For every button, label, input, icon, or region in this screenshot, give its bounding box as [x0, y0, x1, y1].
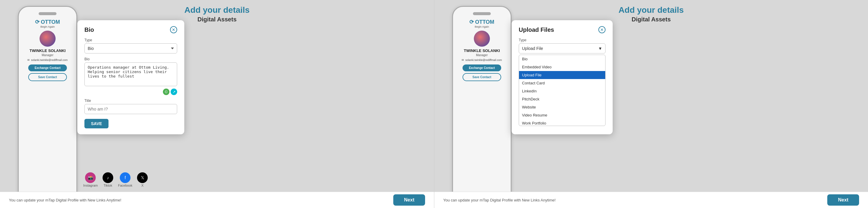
share-icon[interactable]: ↗: [170, 89, 177, 95]
phone-role: Manager: [42, 54, 53, 57]
phone-email-row: ✉ solanki.twinkle@rediffmail.com: [27, 59, 67, 62]
save-contact-button[interactable]: Save Contact: [28, 73, 67, 81]
social-strip-left: 📸 Instagram ♪ Tiktok f Facebook 𝕏 X: [83, 172, 428, 187]
phone-avatar: [39, 31, 56, 47]
logo-symbol: ⟳: [35, 19, 39, 25]
bio-label: Bio: [85, 57, 177, 61]
upload-type-dropdown[interactable]: Bio Embedded Video Upload File Contact C…: [519, 55, 606, 126]
bio-modal: Bio ✕ Type Bio Bio Operations manager at…: [77, 20, 184, 134]
x-label: X: [142, 184, 144, 187]
modal-header: Bio ✕: [85, 26, 177, 33]
dropdown-item-pitchdeck[interactable]: PitchDeck: [519, 95, 605, 103]
upload-files-modal: Upload Files ✕ Type Upload File ▼ Bio Em…: [512, 20, 613, 134]
email-icon: ✉: [27, 59, 30, 62]
left-bottom-text: You can update your mTap Digital Profile…: [9, 198, 121, 202]
phone-email: solanki.twinkle@rediffmail.com: [31, 59, 67, 62]
dropdown-item-website[interactable]: Website: [519, 103, 605, 111]
facebook-label: Facebook: [118, 184, 132, 187]
tiktok-icon[interactable]: ♪: [102, 172, 113, 183]
social-tiktok: ♪ Tiktok: [102, 172, 113, 187]
phone-logo-right: ⟳ OTTOM: [469, 19, 494, 25]
dropdown-item-bio[interactable]: Bio: [519, 55, 605, 63]
right-page-title: Add your details: [619, 5, 684, 15]
instagram-label: Instagram: [83, 184, 98, 187]
upload-type-label: Type: [519, 38, 606, 42]
phone-avatar-right: [474, 31, 490, 47]
phone-mockup-left: ⟳ OTTOM Begin Again TWINKLE SOLANKI Mana…: [18, 6, 77, 202]
bio-modal-close-button[interactable]: ✕: [170, 26, 177, 33]
dropdown-item-embedded-video[interactable]: Embedded Video: [519, 63, 605, 71]
upload-type-value: Upload File: [522, 46, 543, 51]
social-x: 𝕏 X: [137, 172, 148, 187]
title-label: Title: [85, 99, 177, 103]
phone-email-row-right: ✉ solanki.twinkle@rediffmail.com: [462, 59, 502, 62]
phone-logo-sub-right: Begin Again: [475, 25, 489, 28]
phone-notch: [39, 12, 57, 15]
textarea-icons: © ↗: [85, 89, 177, 95]
phone-name-right: TWINKLE SOLANKI: [464, 48, 500, 53]
email-icon-right: ✉: [462, 59, 464, 62]
logo-symbol-right: ⟳: [469, 19, 474, 25]
left-bottom-strip: You can update your mTap Digital Profile…: [0, 192, 434, 208]
upload-modal-title: Upload Files: [519, 27, 554, 33]
upload-modal-header: Upload Files ✕: [519, 26, 606, 33]
dropdown-item-upload-file[interactable]: Upload File: [519, 71, 605, 79]
phone-notch-right: [473, 12, 491, 15]
dropdown-item-video-resume[interactable]: Video Resume: [519, 111, 605, 119]
social-facebook: f Facebook: [118, 172, 132, 187]
tiktok-label: Tiktok: [103, 184, 112, 187]
dropdown-item-linkedin[interactable]: LinkedIn: [519, 87, 605, 95]
phone-logo: ⟳ OTTOM: [35, 19, 60, 25]
dropdown-item-work-portfolio[interactable]: Work Portfolio: [519, 119, 605, 126]
x-icon[interactable]: 𝕏: [137, 172, 148, 183]
right-bottom-strip: You can update your mTap Digital Profile…: [434, 192, 868, 208]
save-contact-button-right[interactable]: Save Contact: [463, 73, 501, 81]
exchange-contact-button[interactable]: Exchange Contact: [28, 65, 67, 71]
right-next-button[interactable]: Next: [827, 194, 859, 206]
copy-icon[interactable]: ©: [163, 89, 169, 95]
phone-logo-sub: Begin Again: [40, 25, 55, 28]
upload-type-container: Upload File ▼ Bio Embedded Video Upload …: [519, 43, 606, 126]
phone-mockup-right: ⟳ OTTOM Begin Again TWINKLE SOLANKI Mana…: [452, 6, 512, 202]
right-panel: Add your details Digital Assets ⟳ OTTOM …: [434, 0, 868, 208]
right-bottom-text: You can update your mTap Digital Profile…: [443, 198, 556, 202]
bio-modal-title: Bio: [85, 27, 94, 33]
chevron-down-icon: ▼: [598, 46, 602, 51]
left-page-subtitle: Digital Assets: [197, 16, 237, 23]
phone-name: TWINKLE SOLANKI: [29, 48, 65, 53]
bio-save-button[interactable]: SAVE: [85, 119, 108, 128]
phone-role-right: Manager: [476, 54, 488, 57]
dropdown-item-contact-card[interactable]: Contact Card: [519, 79, 605, 87]
social-instagram: 📸 Instagram: [83, 172, 98, 187]
left-next-button[interactable]: Next: [393, 194, 425, 206]
upload-modal-close-button[interactable]: ✕: [598, 26, 606, 33]
bio-textarea[interactable]: Operations manager at Ottom Living. Help…: [85, 62, 177, 86]
title-input[interactable]: [85, 104, 177, 114]
upload-type-select[interactable]: Upload File ▼: [519, 43, 606, 54]
left-panel: Add your details Digital Assets ⟳ OTTOM …: [0, 0, 434, 208]
facebook-icon[interactable]: f: [120, 172, 130, 183]
left-page-title: Add your details: [184, 5, 249, 15]
bio-type-select[interactable]: Bio: [85, 43, 177, 54]
right-page-subtitle: Digital Assets: [632, 16, 671, 23]
phone-email-right: solanki.twinkle@rediffmail.com: [465, 59, 502, 62]
exchange-contact-button-right[interactable]: Exchange Contact: [463, 65, 501, 71]
instagram-icon[interactable]: 📸: [85, 172, 96, 183]
type-label: Type: [85, 38, 177, 42]
